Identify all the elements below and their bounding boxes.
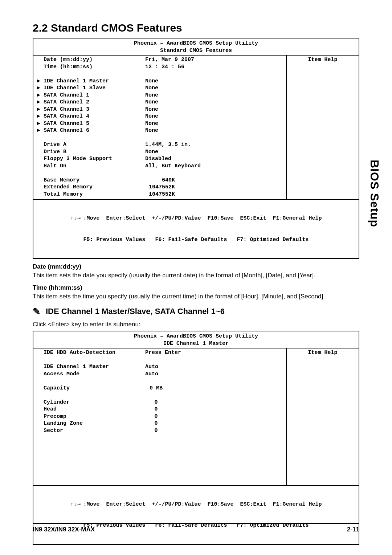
row-pointer-icon [37,56,44,64]
footer-left: IN9 32X/IN9 32X-MAX [33,526,95,533]
bios-row[interactable]: IDE HDD Auto-DetectionPress Enter [37,349,282,356]
row-value: None [145,127,282,134]
footer-right: 2-11 [347,526,359,533]
bios-row[interactable]: ▶IDE Channel 1 MasterNone [37,78,282,85]
row-pointer-icon [37,155,44,163]
row-pointer-icon: ▶ [37,106,44,113]
blank-row [37,462,282,470]
bios-row[interactable]: Halt OnAll, But Keyboard [37,163,282,170]
row-label: Floppy 3 Mode Support [44,155,145,163]
row-pointer-icon [37,184,44,191]
row-label: Cylinder [44,399,145,406]
bios-header-line2: Standard CMOS Features [33,47,359,54]
submenu-heading: ✎ IDE Channel 1 Master/Slave, SATA Chann… [33,306,359,317]
bios-row[interactable]: ▶SATA Channel 1None [37,92,282,99]
bios-header-line2: IDE Channel 1 Master [33,340,359,347]
row-value: 1047552K [145,184,178,191]
row-pointer-icon [37,371,44,378]
bios-footer-line1: ↑↓→←:Move Enter:Select +/-/PU/PD:Value F… [33,501,359,508]
bios-row[interactable]: Time (hh:mm:ss)12 : 34 : 56 [37,64,282,71]
blank-row [37,378,282,385]
row-value: Disabled [145,155,282,163]
item-help-label: Item Help [290,56,355,64]
row-pointer-icon [37,177,44,184]
bios-row[interactable]: ▶SATA Channel 6None [37,127,282,134]
bios-row[interactable]: Cylinder0 [37,399,282,406]
bios-row[interactable]: ▶SATA Channel 4None [37,113,282,120]
row-value: None [145,148,282,156]
bios-row[interactable]: Access ModeAuto [37,371,282,378]
row-label: Date (mm:dd:yy) [44,56,145,64]
row-label: Access Mode [44,371,145,378]
blank-row [37,392,282,399]
row-label: IDE Channel 1 Slave [44,85,145,92]
bios-row[interactable]: Date (mm:dd:yy)Fri, Mar 9 2007 [37,56,282,64]
row-pointer-icon [37,363,44,371]
blank-row [37,170,282,177]
bios-row[interactable]: Extended Memory1047552K [37,184,282,191]
bios-footer-line1: ↑↓→←:Move Enter:Select +/-/PU/PD:Value F… [33,215,359,222]
side-tab: BIOS Setup [368,160,381,227]
row-pointer-icon: ▶ [37,127,44,134]
row-value: 0 [145,420,167,427]
bios-row[interactable]: Total Memory1047552K [37,191,282,198]
bios-footer-line2: F5: Previous Values F6: Fail-Safe Defaul… [33,236,359,244]
bios-body: Date (mm:dd:yy)Fri, Mar 9 2007Time (hh:m… [33,56,359,199]
bios-row[interactable]: Drive BNone [37,148,282,156]
bios-right-panel: Item Help [286,56,359,199]
bios-row[interactable]: ▶SATA Channel 5None [37,120,282,127]
row-pointer-icon [37,406,44,413]
row-label: Drive B [44,148,145,156]
blank-row [37,448,282,456]
bios-right-panel: Item Help [286,348,359,485]
option-text-date: This item sets the date you specify (usu… [33,271,359,280]
bios-row[interactable]: ▶IDE Channel 1 SlaveNone [37,85,282,92]
bios-left-panel: Date (mm:dd:yy)Fri, Mar 9 2007Time (hh:m… [33,56,286,199]
bios-row[interactable]: Base Memory640K [37,177,282,184]
bios-row[interactable]: ▶SATA Channel 3None [37,106,282,113]
row-value: None [145,113,282,120]
row-value: 640K [145,177,178,184]
row-pointer-icon [37,399,44,406]
row-value: None [145,99,282,106]
row-value: None [145,85,282,92]
blank-row [37,477,282,484]
row-label: IDE HDD Auto-Detection [44,349,145,356]
bios-footer: ↑↓→←:Move Enter:Select +/-/PU/PD:Value F… [33,485,359,544]
bios-row[interactable]: IDE Channel 1 MasterAuto [37,363,282,371]
bios-row[interactable]: Head0 [37,406,282,413]
row-value: Auto [145,371,282,378]
row-pointer-icon: ▶ [37,99,44,106]
bios-row[interactable]: ▶SATA Channel 2None [37,99,282,106]
row-pointer-icon [37,64,44,71]
bios-row[interactable]: Capacity0 MB [37,385,282,392]
blank-row [37,356,282,364]
row-pointer-icon [37,420,44,427]
bios-row[interactable]: Drive A1.44M, 3.5 in. [37,141,282,148]
bios-box-ide-master: Phoenix – AwardBIOS CMOS Setup Utility I… [33,331,359,545]
bios-header-line1: Phoenix – AwardBIOS CMOS Setup Utility [33,333,359,340]
submenu-icon: ✎ [33,306,41,317]
blank-row [37,134,282,142]
bios-body: IDE HDD Auto-DetectionPress EnterIDE Cha… [33,348,359,485]
submenu-title: IDE Channel 1 Master/Slave, SATA Channel… [46,307,225,316]
row-value: 12 : 34 : 56 [145,64,282,71]
blank-row [37,456,282,463]
row-pointer-icon: ▶ [37,85,44,92]
blank-row [37,70,282,78]
bios-row[interactable]: Precomp0 [37,413,282,420]
bios-row[interactable]: Sector0 [37,427,282,434]
row-value: 0 [145,427,167,434]
row-value: 0 MB [145,385,167,392]
row-pointer-icon [37,163,44,170]
blank-row [37,441,282,449]
row-value: 0 [145,413,167,420]
option-text-time: This item sets the time you specify (usu… [33,292,359,301]
submenu-text: Click <Enter> key to enter its submenu: [33,320,359,329]
row-pointer-icon [37,141,44,148]
bios-row[interactable]: Floppy 3 Mode SupportDisabled [37,155,282,163]
row-label: SATA Channel 6 [44,127,145,134]
bios-row[interactable]: Landing Zone0 [37,420,282,427]
row-pointer-icon: ▶ [37,92,44,99]
row-label: Precomp [44,413,145,420]
